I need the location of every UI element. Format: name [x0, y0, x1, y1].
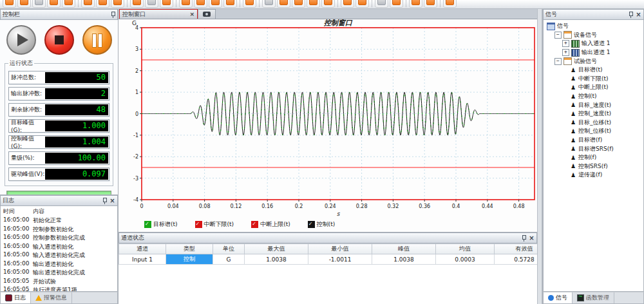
play-button[interactable] [6, 25, 36, 55]
toolbar-icon[interactable] [341, 0, 354, 8]
tab-close-icon[interactable]: × [189, 11, 194, 17]
legend-checkbox[interactable] [144, 221, 151, 228]
tree-expander[interactable]: − [554, 32, 562, 39]
toolbar-icon[interactable] [62, 0, 75, 8]
legend-item[interactable]: 目标谱(t) [144, 220, 178, 229]
toolbar-icon[interactable] [307, 0, 320, 8]
toolbar-icon[interactable] [409, 0, 422, 8]
toolbar-icon[interactable] [17, 0, 31, 8]
pin-icon[interactable] [110, 12, 115, 18]
tab-signal-0[interactable]: 信号 [544, 292, 573, 303]
tree-item[interactable]: ♟控制_位移(t) [545, 127, 643, 136]
tab-control-window[interactable]: 控制窗口 × [119, 9, 198, 19]
toolbar-icon[interactable] [47, 0, 61, 8]
close-icon[interactable]: × [636, 12, 641, 18]
tab-log-1[interactable]: 报警信息 [31, 292, 72, 303]
tree-item[interactable]: ♟控制(t) [545, 92, 643, 101]
tree-item[interactable]: ♟目标谱(t) [545, 66, 643, 75]
tree-item[interactable]: ♟目标_位移(t) [545, 119, 643, 128]
toolbar-icon[interactable] [424, 0, 437, 8]
signal-icon: ♟ [570, 137, 576, 144]
tree-item[interactable]: ♟中断下限(t) [545, 75, 643, 84]
toolbar-icon[interactable] [194, 0, 207, 8]
toolbar-icon[interactable] [355, 0, 369, 8]
tree-item[interactable]: −试验信号 [545, 57, 643, 66]
close-icon[interactable]: × [529, 235, 535, 242]
log-col-content: 内容 [33, 207, 117, 216]
control-section: 控制栏 运行状态 脉冲总数:50输出脉冲数:2剩余脉冲数:48目标峰值(G):1… [0, 9, 118, 195]
status-field-label: 输出脉冲数: [9, 90, 45, 98]
status-fields: 脉冲总数:50输出脉冲数:2剩余脉冲数:48目标峰值(G):1.000控制峰值(… [8, 71, 109, 181]
toolbar-icon[interactable] [3, 0, 16, 8]
tree-item[interactable]: ♟控制SRS(f) [545, 162, 643, 171]
toolbar-icon[interactable] [375, 0, 388, 8]
tree-item-label: 试验信号 [574, 57, 597, 66]
channel-row[interactable]: Input 1控制G1.0038-1.00111.00380.00030.572… [119, 254, 554, 265]
toolbar-icon[interactable] [277, 0, 290, 8]
log-time: 16:05:05 [3, 278, 33, 287]
toolbar-icon[interactable] [321, 0, 335, 8]
svg-text:控制窗口: 控制窗口 [323, 19, 353, 27]
legend-checkbox[interactable] [251, 221, 258, 228]
toolbar-icon[interactable] [390, 0, 403, 8]
pin-icon[interactable] [521, 235, 526, 242]
tree-expander[interactable]: − [554, 58, 562, 65]
tab-signal-1[interactable]: 函数管理 [573, 292, 614, 303]
log-row: 16:05:00控制参数初始化完成 [3, 234, 117, 243]
toolbar-icon[interactable] [243, 0, 256, 8]
svg-text:0.36: 0.36 [419, 204, 430, 209]
signal-panel: 信号 × 信号−设备信号+输入通道 1+输出通道 1−试验信号♟目标谱(t)♟中… [542, 9, 644, 304]
tree-item[interactable]: ♟目标谱SRS(f) [545, 144, 643, 153]
tree-item[interactable]: ♟控制_速度(t) [545, 109, 643, 119]
tab-log-0[interactable]: 日志 [1, 292, 31, 303]
panel-splitter[interactable] [537, 9, 542, 304]
tree-item[interactable]: ♟控制(f) [545, 153, 643, 162]
tree-item[interactable]: −设备信号 [545, 31, 643, 40]
stop-button[interactable] [44, 25, 74, 55]
toolbar-icon[interactable] [179, 0, 193, 8]
toolbar-icon[interactable] [81, 0, 95, 8]
document-tab-bar: 控制窗口 × [118, 9, 537, 19]
tree-expander[interactable]: + [562, 40, 569, 47]
legend-checkbox[interactable] [308, 221, 315, 228]
svg-text:0.44: 0.44 [482, 204, 493, 209]
legend-item[interactable]: 中断上限(t) [251, 220, 290, 229]
toolbar-icon[interactable] [262, 0, 276, 8]
toolbar-icon[interactable] [443, 0, 457, 8]
toolbar-icon[interactable] [130, 0, 144, 8]
tree-item-label: 目标谱(f) [578, 136, 602, 144]
pin-icon[interactable] [102, 198, 107, 204]
tree-item[interactable]: ♟目标_速度(t) [545, 100, 643, 109]
channel-status-header: 通道状态 × [118, 233, 537, 243]
legend-item[interactable]: 控制(t) [308, 220, 336, 229]
tree-item[interactable]: 信号 [545, 22, 643, 31]
pause-button[interactable] [82, 25, 112, 55]
toolbar-icon[interactable] [209, 0, 222, 8]
tree-item[interactable]: +输出通道 1 [545, 48, 643, 57]
tree-item[interactable]: ♟目标谱(f) [545, 136, 643, 145]
tree-item[interactable]: ♟中断上限(t) [545, 83, 643, 92]
tree-item[interactable]: +输入通道 1 [545, 39, 643, 48]
legend-checkbox[interactable] [195, 221, 202, 228]
input-channel-icon [571, 40, 580, 48]
toolbar-icon[interactable] [111, 0, 124, 8]
toolbar-icon[interactable] [160, 0, 173, 8]
legend-item[interactable]: 中断下限(t) [195, 220, 234, 229]
toolbar-icon[interactable] [223, 0, 237, 8]
toolbar-icon[interactable] [32, 0, 46, 8]
tree-expander[interactable]: + [562, 49, 569, 56]
tree-item[interactable]: ♟逆传递(f) [545, 171, 643, 180]
toolbar-icon[interactable] [292, 0, 305, 8]
legend-label: 目标谱(t) [153, 220, 178, 229]
pin-icon[interactable] [628, 12, 633, 18]
log-message: 开始试验 [33, 278, 117, 287]
chart-legend: 目标谱(t)中断下限(t)中断上限(t)控制(t) [118, 218, 537, 231]
toolbar-separator [372, 0, 372, 7]
log-panel: 日志 × 时间 内容 16:05:00初始化正常16:05:00控制参数初始化1… [0, 195, 118, 304]
log-row: 16:05:00输入通道初始化 [3, 243, 117, 252]
toolbar-icon[interactable] [145, 0, 158, 8]
close-icon[interactable]: × [109, 198, 115, 204]
toolbar-icon[interactable] [96, 0, 109, 8]
signal-icon: ♟ [570, 111, 576, 117]
screenshot-tab[interactable] [198, 9, 216, 19]
